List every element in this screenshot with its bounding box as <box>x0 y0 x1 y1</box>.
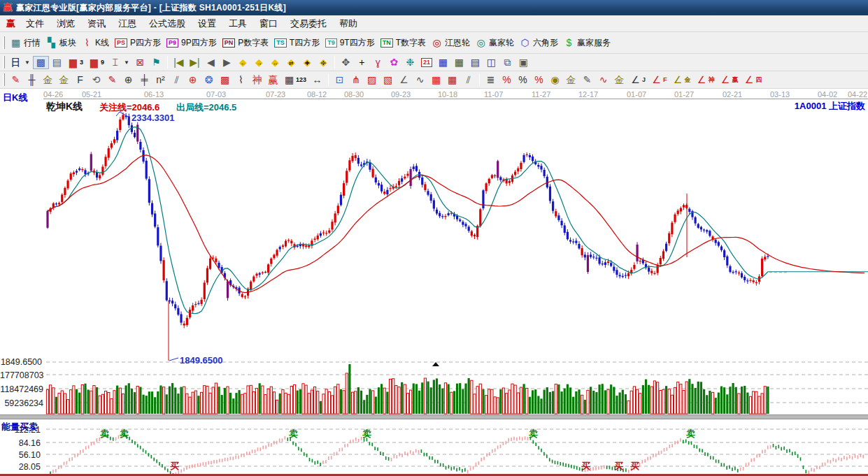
prev-page-button[interactable]: ◀ <box>203 56 219 69</box>
draw-shen-angle-button[interactable]: ∠神 <box>694 73 718 87</box>
draw-percent-button[interactable]: % <box>515 73 531 87</box>
quotes-button[interactable]: ▦行情 <box>8 36 43 50</box>
spiral-tool-button[interactable]: ❉ <box>402 56 418 69</box>
t-digit-table-button[interactable]: TNT数字表 <box>378 36 429 50</box>
hand-tool-button[interactable]: ✥ <box>338 56 354 69</box>
menu-gann[interactable]: 江恩 <box>112 15 143 32</box>
draw-pencil2-button[interactable]: ✎ <box>104 73 120 87</box>
menu-news[interactable]: 资讯 <box>81 15 112 32</box>
save-button[interactable]: ◫ <box>483 56 499 69</box>
menu-settings[interactable]: 设置 <box>192 15 222 32</box>
menu-formula-stock-pick[interactable]: 公式选股 <box>143 15 192 32</box>
draw-gold-angle-button[interactable]: ∠金 <box>670 73 694 87</box>
draw-ruler-button[interactable]: ▦123 <box>281 73 309 87</box>
crosshair-button[interactable]: + <box>354 56 370 69</box>
compress-x-button[interactable]: ◆⇄ <box>283 56 299 69</box>
report-table-button[interactable]: ▦ <box>451 56 467 69</box>
draw-grid-red2-button[interactable]: ▦ <box>444 73 460 87</box>
candle-style-button[interactable]: ⌶▼ <box>107 56 132 69</box>
draw-arrow-tool-button[interactable]: ✎ <box>579 73 595 87</box>
draw-box-lines2-button[interactable]: ▧ <box>380 73 396 87</box>
draw-grid-red-button[interactable]: ▦ <box>428 73 444 87</box>
t-square-button[interactable]: TST四方形 <box>271 36 322 50</box>
color-chart-button[interactable]: ⚑ <box>148 56 164 69</box>
draw-compass-button[interactable]: ⊕ <box>185 73 201 87</box>
screenshot-button[interactable]: ⧉ <box>499 56 515 69</box>
zoom-in-x-button[interactable]: ◆→ <box>251 56 267 69</box>
draw-series-button[interactable]: ≣ <box>483 73 499 87</box>
draw-parallel-button[interactable]: ⫽ <box>460 73 476 87</box>
draw-awave-button[interactable]: ∿ <box>595 73 611 87</box>
period-picker-button[interactable]: 日▼ <box>8 56 33 69</box>
select-box-button[interactable]: ⊡ <box>332 73 348 87</box>
draw-fibo-button[interactable]: F <box>72 73 88 87</box>
period-label[interactable]: 日K线 <box>3 92 27 104</box>
date-label: 03-13 <box>770 90 790 99</box>
draw-percent-under-button[interactable]: % <box>531 73 547 87</box>
draw-n2-button[interactable]: n² <box>152 73 169 87</box>
t9-badge-icon: T9 <box>325 38 337 48</box>
kline-button[interactable]: ⌇K线 <box>79 36 112 50</box>
angle-measure-button[interactable]: ɣ <box>370 56 386 69</box>
draw-hash-button[interactable]: ╪ <box>136 73 152 87</box>
draw-four-angle-button[interactable]: ∠四 <box>741 73 765 87</box>
expand-x-button[interactable]: ◆↔ <box>267 56 283 69</box>
draw-grid-lines-button[interactable]: ╫ <box>24 73 40 87</box>
draw-f-angle-button[interactable]: ∠F <box>648 73 670 87</box>
draw-wave-button[interactable]: ⌇ <box>233 73 249 87</box>
draw-win-tool-button[interactable]: 赢 <box>265 73 281 87</box>
menu-help[interactable]: 帮助 <box>333 15 364 32</box>
gann-wheel-button[interactable]: ◎江恩轮 <box>429 36 473 50</box>
draw-spiral-button[interactable]: ⟲ <box>88 73 104 87</box>
last-page-button[interactable]: ▶| <box>187 56 203 69</box>
draw-box-lines-button[interactable]: ▨ <box>364 73 380 87</box>
calendar-button[interactable]: 21 <box>418 57 435 68</box>
draw-circle-cross-button[interactable]: ⊕ <box>120 73 136 87</box>
draw-pencil-button[interactable]: ✎ <box>8 73 24 87</box>
t9-square-button[interactable]: T99T四方形 <box>322 36 378 50</box>
calculator-button[interactable]: ▦ <box>435 56 451 69</box>
full-view-button[interactable]: ◆✣ <box>315 56 332 69</box>
next-page-button[interactable]: ▶ <box>219 56 235 69</box>
first-page-button[interactable]: |◀ <box>171 56 187 69</box>
draw-fan-button[interactable]: ⋔ <box>348 73 364 87</box>
p-digit-table-button[interactable]: PNP数字表 <box>220 36 272 50</box>
notes-button[interactable]: ▤ <box>467 56 483 69</box>
menu-tools[interactable]: 工具 <box>222 15 253 32</box>
p9-square-button[interactable]: P99P四方形 <box>164 36 220 50</box>
draw-mirror-button[interactable]: ⫽ <box>169 73 185 87</box>
draw-web-button[interactable]: ▩ <box>217 73 233 87</box>
draw-trend-lines-button[interactable]: ∠ <box>396 73 412 87</box>
p-square-button[interactable]: PSP四方形 <box>112 36 164 50</box>
draw-width-button[interactable]: ↔ <box>309 73 325 87</box>
winner-wheel-button[interactable]: ◎赢家轮 <box>473 36 517 50</box>
menu-file[interactable]: 文件 <box>20 15 50 32</box>
draw-shen-tool-button[interactable]: 神 <box>249 73 265 87</box>
winner-service-button[interactable]: $赢家服务 <box>561 36 613 50</box>
draw-gold-box-button[interactable]: 金 <box>56 73 72 87</box>
draw-wave2-button[interactable]: ∿ <box>412 73 428 87</box>
pattern-select-button[interactable]: ▩ <box>33 56 49 69</box>
draw-j-angle-button[interactable]: ∠J <box>627 73 648 87</box>
draw-star-button[interactable]: ❂ <box>201 73 217 87</box>
menu-browse[interactable]: 浏览 <box>50 15 81 32</box>
multi-chart-3-button[interactable]: ▆3 <box>65 56 86 69</box>
multi-chart-9-button[interactable]: ▆9 <box>86 56 107 69</box>
hexagon-button[interactable]: ⬡六角形 <box>517 36 561 50</box>
menu-trade[interactable]: 交易委托 <box>284 15 333 32</box>
sectors-button[interactable]: ▚板块 <box>43 36 79 50</box>
pattern-clear-button[interactable]: ⊠ <box>132 56 148 69</box>
f10-info-button[interactable]: ▤ <box>49 56 65 69</box>
draw-win-angle-button[interactable]: ∠赢 <box>718 73 741 87</box>
print-button[interactable]: ▣ <box>515 56 532 69</box>
compress-y-button[interactable]: ◆✚ <box>299 56 315 69</box>
gann-shape-button[interactable]: ✿ <box>386 56 402 69</box>
draw-gold-circle-button[interactable]: ◉ <box>547 73 563 87</box>
zoom-out-x-button[interactable]: ◆← <box>235 56 251 69</box>
menu-window[interactable]: 窗口 <box>253 15 284 32</box>
draw-gold-line-button[interactable]: 金 <box>563 73 579 87</box>
pane-splitter[interactable] <box>0 414 868 419</box>
draw-gold-section-button[interactable]: 金 <box>40 73 56 87</box>
draw-gold-under-button[interactable]: 金 <box>611 73 627 87</box>
draw-percent-line-button[interactable]: % <box>499 73 515 87</box>
